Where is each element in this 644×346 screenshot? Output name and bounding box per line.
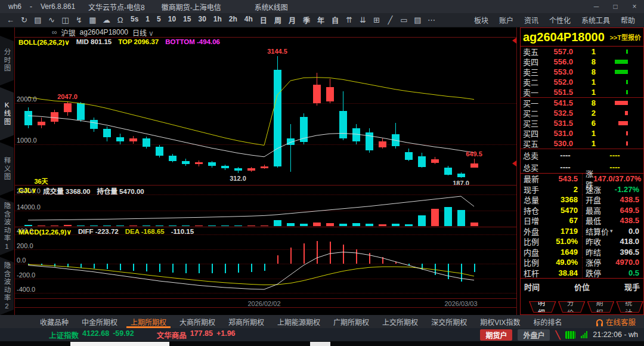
add-pane-icon[interactable]: ⊞ [370,16,383,24]
pen-slash-icon[interactable]: ╲ [555,330,560,339]
menu-板块[interactable]: 板块 [469,15,494,25]
book-level-label: 买五 [521,138,540,149]
panel-tab-明细[interactable]: 明细 [529,301,556,313]
minimize-icon[interactable]: ─ [587,0,606,13]
book-price: 552.0 [540,78,573,86]
period-button-4h[interactable]: 4h [241,15,256,25]
cjl-title[interactable]: CJL∨ [18,186,36,196]
market-tab-深交所期权[interactable]: 深交所期权 [425,315,473,328]
period-button-季[interactable]: 季 [299,15,314,25]
timeline-chart-icon[interactable]: ∿ [45,16,58,24]
period-button-1[interactable]: 1 [142,15,153,25]
bid-row-买一[interactable]: 买一541.58 [521,98,643,108]
sidebar-tab-释义图[interactable]: 释义图 [0,142,14,195]
volume-pane[interactable]: CJL∨ 成交量 3368.00 持仓量 5470.00 28000.01400… [15,185,516,227]
period-button-1h[interactable]: 1h [210,15,225,25]
stat-cell-现手: 现手2 [521,184,582,195]
chevron-down-icon[interactable]: ▾ [610,228,613,234]
sidebar-tab-隐含波动率1[interactable]: 隐含波动率1 [0,197,14,255]
totals-label: 总卖 [521,150,544,161]
period-button-2h[interactable]: 2h [225,15,241,25]
ask-row-卖三[interactable]: 卖三553.08 [521,67,643,77]
market-tab-上期能源期权[interactable]: 上期能源期权 [271,315,327,328]
menu-帮助[interactable]: 帮助 [615,15,640,25]
market-tab-中金所期权[interactable]: 中金所期权 [75,315,124,328]
refresh-icon[interactable]: ↻ [17,16,31,24]
sidebar-tab-K线图[interactable]: K线图 [0,87,14,140]
ask-row-卖五[interactable]: 卖五557.01 [521,47,643,57]
ask-row-卖四[interactable]: 卖四556.08 [521,57,643,67]
bid-row-买二[interactable]: 买二532.52 [521,108,643,118]
quote-panel: ag2604P18000 >>T型报价 卖五557.01卖四556.08卖三55… [520,27,644,315]
compress-bars-icon[interactable]: ⇈ [342,16,356,24]
panel-tab-期权[interactable]: 期权 [587,301,615,313]
kline-chart-icon[interactable]: ◫ [58,16,72,24]
boll-title[interactable]: BOLL(26,26,2)∨ [18,38,70,47]
market-tab-郑商所期权[interactable]: 郑商所期权 [222,315,271,328]
period-button-5[interactable]: 5 [153,15,165,25]
bid-row-买三[interactable]: 买三531.56 [521,118,643,128]
online-service-link[interactable]: 在线客服 [596,316,636,328]
market-tab-上交所期权[interactable]: 上交所期权 [376,315,425,328]
quick-trade-icon[interactable]: ↯ [72,16,86,24]
market-tab-上期所期权[interactable]: 上期所期权 [124,315,173,328]
futures-account-button[interactable]: 期货户 [480,329,512,341]
title-dash: - [30,2,32,11]
chart-window-icon[interactable]: ▦ [86,16,100,24]
period-button-自[interactable]: 自 [328,15,342,25]
expand-bars-icon[interactable]: ⇊ [356,16,370,24]
period-selector[interactable]: 日线∨ [132,27,154,38]
menu-资讯[interactable]: 资讯 [519,15,544,25]
overlay-icon[interactable]: ▤ [411,16,425,24]
period-button-月[interactable]: 月 [285,15,299,25]
menu-系统工具[interactable]: 系统工具 [576,15,615,25]
volume-axis-label: 14000.0 [17,203,41,211]
back-icon[interactable]: ← [4,16,17,24]
sidebar-tab-分时图[interactable]: 分时图 [0,36,14,85]
quote-panel-tabs: 明细分价期权统计 [521,301,643,314]
panel-tab-分价[interactable]: 分价 [558,301,586,313]
market-tab-收藏品种[interactable]: 收藏品种 [33,315,75,328]
macd-pane[interactable]: MACD(12,26,9)∨ DIFF -223.72 DEA -168.65 … [15,227,516,298]
period-button-日[interactable]: 日 [256,15,271,25]
market-tab-期权VIX指数[interactable]: 期权VIX指数 [473,315,527,328]
taskbar-item[interactable] [310,342,330,346]
bid-row-买四[interactable]: 买四531.01 [521,128,643,138]
period-button-15[interactable]: 15 [179,15,194,25]
external-account-button[interactable]: 外盘户 [518,329,550,341]
bid-row-买五[interactable]: 买五530.01 [521,138,643,149]
market-tab-广期所期权[interactable]: 广期所期权 [327,315,376,328]
maximize-icon[interactable]: □ [606,0,625,13]
stat-label: 速涨 [583,184,601,195]
book-volume: 8 [573,98,596,107]
period-button-年[interactable]: 年 [314,15,328,25]
menu-个性化[interactable]: 个性化 [544,15,576,25]
app-version: Ver6.8.861 [41,2,75,11]
ask-row-卖二[interactable]: 卖二552.01 [521,77,643,87]
period-button-周[interactable]: 周 [271,15,285,25]
menu-账户[interactable]: 账户 [494,15,519,25]
alert-bell-icon[interactable]: Ω [113,16,127,24]
draw-line-icon[interactable]: ╱ [383,16,397,24]
taskbar-search-box[interactable] [70,342,169,346]
main-kline-pane[interactable]: BOLL(26,26,2)∨ MID 801.15 TOP 2096.37 BO… [15,37,516,185]
macd-title[interactable]: MACD(12,26,9)∨ [18,228,72,236]
period-button-30[interactable]: 30 [194,15,209,25]
panel-tab-统计[interactable]: 统计 [616,301,643,313]
more-icon[interactable]: ⋯ [425,16,438,24]
close-icon[interactable]: × [625,0,644,13]
t-quote-link[interactable]: >>T型报价 [609,32,641,42]
link-icon[interactable]: ∞ [52,28,57,36]
period-button-10[interactable]: 10 [165,15,179,25]
market-tab-标的排名[interactable]: 标的排名 [527,315,568,328]
rect-tool-icon[interactable]: ▭ [397,16,411,24]
report-icon[interactable]: ▤ [31,16,45,24]
market-tab-大商所期权[interactable]: 大商所期权 [173,315,222,328]
stat-value: 543.5 [558,174,582,183]
ask-row-卖一[interactable]: 卖一551.51 [521,87,643,97]
sidebar-tab-隐含波动率2[interactable]: 隐含波动率2 [0,257,14,315]
cjl-volume-value: 成交量 3368.00 [43,186,90,196]
cloud-alert-icon[interactable]: ☁ [100,16,113,24]
period-button-5s[interactable]: 5s [127,15,142,25]
stats-row: 最新543.5涨跌147.0/37.07% [521,174,643,184]
